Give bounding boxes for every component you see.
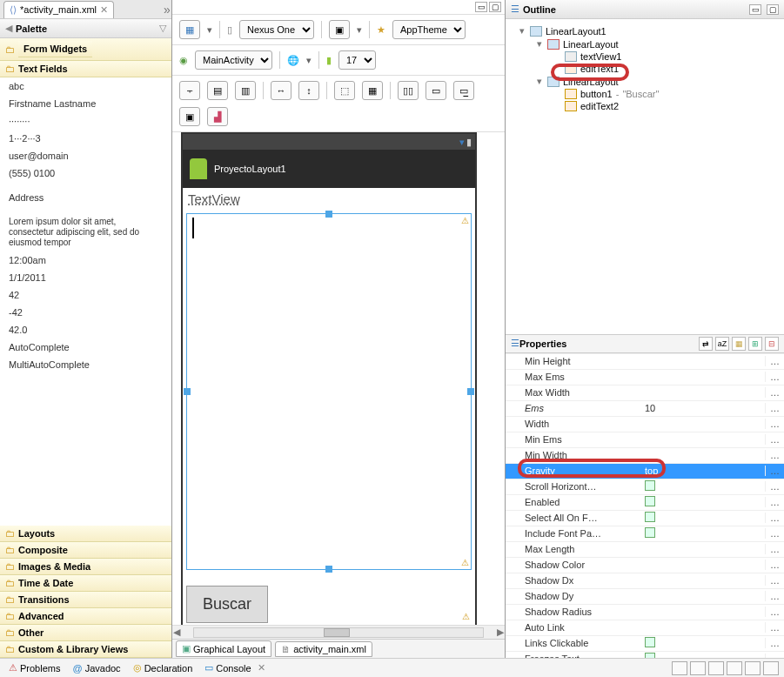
palette-item[interactable]: Address [0, 189, 171, 206]
palette-item[interactable]: (555) 0100 [0, 164, 171, 182]
palette-group-images-media[interactable]: 🗀Images & Media [0, 559, 171, 575]
property-row[interactable]: Min Width… [506, 448, 784, 464]
status-btn-4[interactable] [727, 661, 742, 675]
tool-layout1-icon[interactable]: ⫟ [179, 81, 200, 100]
outline-node-ll1[interactable]: ▾LinearLayout [511, 37, 779, 50]
palette-group-advanced[interactable]: 🗀Advanced [0, 608, 171, 625]
status-btn-5[interactable] [745, 661, 761, 675]
expand-icon[interactable]: ⊞ [748, 337, 762, 351]
more-icon[interactable]: … [765, 528, 784, 539]
activity-select[interactable]: MainActivity [195, 50, 272, 70]
status-btn-1[interactable] [672, 661, 687, 675]
palette-group-text-fields[interactable]: 🗀 Text Fields [0, 61, 171, 77]
more-icon[interactable]: … [765, 372, 784, 382]
outline-node-btn1[interactable]: button1 - "Buscar" [511, 88, 779, 100]
more-icon[interactable]: … [765, 654, 784, 658]
close-icon[interactable]: ✕ [258, 662, 265, 674]
cat-icon[interactable]: ▦ [732, 337, 746, 351]
palette-group-custom[interactable]: 🗀Custom & Library Views [0, 641, 171, 658]
more-icon[interactable]: … [765, 481, 784, 492]
more-icon[interactable]: … [765, 544, 784, 554]
buscar-button[interactable]: Buscar [186, 586, 268, 623]
horizontal-scrollbar[interactable]: ◀▶ [172, 625, 505, 639]
palette-item[interactable]: MultiAutoComplete [0, 356, 171, 373]
outline-node-tv1[interactable]: textView1 [511, 50, 779, 63]
api-select[interactable]: 17 [338, 50, 376, 70]
property-row[interactable]: Min Ems… [506, 432, 784, 448]
palette-group-composite[interactable]: 🗀Composite [0, 542, 171, 559]
property-row[interactable]: Shadow Color… [506, 558, 784, 573]
outline-node-et1[interactable]: editText1 [511, 63, 779, 75]
tab-declaration[interactable]: ◎Declaration [130, 661, 197, 674]
palette-group-transitions[interactable]: 🗀Transitions [0, 592, 171, 608]
close-icon[interactable]: ✕ [100, 4, 108, 16]
palette-item[interactable]: 42.0 [0, 321, 171, 338]
palette-item[interactable]: 1···2···3 [0, 130, 171, 147]
tool-align1-icon[interactable]: ↔ [271, 81, 291, 100]
palette-group-time-date[interactable]: 🗀Time & Date [0, 575, 171, 592]
more-icon[interactable]: … [765, 387, 784, 398]
property-row[interactable]: Shadow Dy… [506, 589, 784, 605]
minimize-icon[interactable]: ▭ [475, 2, 487, 12]
more-icon[interactable]: … [765, 419, 784, 429]
tool-dist2-icon[interactable]: ▭ [426, 81, 446, 100]
tool-dist1-icon[interactable]: ▯▯ [398, 81, 419, 100]
palette-item[interactable]: Firstname Lastname [0, 95, 171, 112]
property-row[interactable]: Auto Link… [506, 620, 784, 636]
more-icon[interactable]: … [765, 638, 784, 648]
theme-select[interactable]: AppTheme [392, 20, 466, 39]
edittext1-widget[interactable]: ⚠ ⚠ [186, 213, 472, 570]
tab-activity-xml[interactable]: 🗎 activity_main.xml [275, 641, 372, 657]
more-icon[interactable]: … [765, 560, 784, 570]
property-row[interactable]: Include Font Pa…… [506, 526, 784, 542]
property-row[interactable]: Min Height… [506, 354, 784, 370]
palette-item[interactable]: -42 [0, 304, 171, 321]
filter-icon[interactable]: ⇄ [699, 337, 713, 351]
checkbox-icon[interactable] [645, 496, 655, 506]
maximize-icon[interactable]: ▢ [767, 4, 779, 15]
more-icon[interactable]: … [765, 513, 784, 523]
more-icon[interactable]: … [765, 466, 784, 476]
status-btn-2[interactable] [690, 661, 706, 675]
palette-item[interactable]: Lorem ipsum dolor sit amet, consectetur … [0, 213, 171, 251]
config-icon[interactable]: ▦ [179, 20, 200, 39]
collapse-icon[interactable]: ⊟ [765, 337, 779, 351]
palette-group-form-widgets[interactable]: 🗀 Form Widgets [0, 38, 171, 61]
palette-item[interactable]: 1/1/2011 [0, 269, 171, 286]
device-select[interactable]: Nexus One [239, 20, 314, 39]
tool-dist5-icon[interactable]: ▟ [207, 107, 228, 126]
properties-table[interactable]: Min Height…Max Ems…Max Width…Ems10…Width… [506, 353, 784, 659]
palette-item[interactable]: ········ [0, 112, 171, 130]
property-row[interactable]: Gravitytop… [506, 464, 784, 479]
property-row[interactable]: Freezes Text… [506, 652, 784, 659]
property-row[interactable]: Ems10… [506, 401, 784, 417]
tool-dist4-icon[interactable]: ▣ [179, 107, 200, 126]
tool-dist3-icon[interactable]: ▭̲ [453, 81, 474, 100]
property-row[interactable]: Scroll Horizont…… [506, 479, 784, 495]
outline-node-ll2[interactable]: ▾LinearLayout [511, 75, 779, 88]
palette-item[interactable]: 12:00am [0, 251, 171, 269]
tab-javadoc[interactable]: @Javadoc [69, 662, 124, 674]
palette-group-layouts[interactable]: 🗀Layouts [0, 526, 171, 542]
more-icon[interactable]: … [765, 356, 784, 366]
checkbox-icon[interactable] [645, 527, 655, 538]
more-icon[interactable]: … [765, 497, 784, 507]
more-icon[interactable]: … [765, 575, 784, 586]
property-row[interactable]: Max Length… [506, 542, 784, 558]
maximize-icon[interactable]: ▢ [489, 2, 501, 12]
property-row[interactable]: Width… [506, 417, 784, 432]
tool-sel1-icon[interactable]: ⬚ [334, 81, 355, 100]
tab-graphical-layout[interactable]: ▣ Graphical Layout [176, 640, 271, 657]
outline-node-et2[interactable]: editText2 [511, 100, 779, 112]
property-row[interactable]: Links Clickable… [506, 636, 784, 652]
tool-layout3-icon[interactable]: ▥ [235, 81, 256, 100]
sort-icon[interactable]: aZ [715, 337, 729, 351]
checkbox-icon[interactable] [645, 480, 655, 491]
tool-sel2-icon[interactable]: ▦ [362, 81, 383, 100]
tool-align2-icon[interactable]: ↕ [298, 81, 319, 100]
status-btn-3[interactable] [708, 661, 724, 675]
more-icon[interactable]: … [765, 403, 784, 413]
palette-group-other[interactable]: 🗀Other [0, 625, 171, 641]
palette-item[interactable] [0, 206, 171, 213]
outline-tree[interactable]: ▾LinearLayout1 ▾LinearLayout textView1 e… [506, 19, 784, 334]
